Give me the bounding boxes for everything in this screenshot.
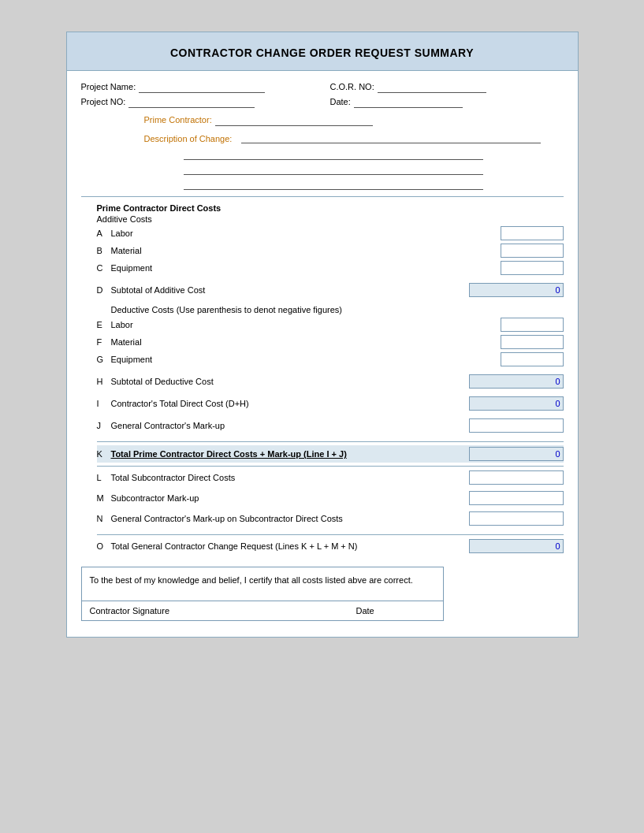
row-g-desc: Equipment — [111, 355, 501, 364]
right-fields: C.O.R. NO: Date: — [315, 80, 564, 110]
row-c-desc: Equipment — [111, 263, 501, 273]
prime-contractor-row: Prime Contractor: — [144, 113, 564, 126]
row-i-input[interactable] — [469, 396, 564, 411]
row-f-desc: Material — [111, 337, 501, 347]
cor-no-label: C.O.R. NO: — [330, 82, 374, 91]
description-line-1[interactable] — [241, 131, 541, 143]
row-l: L Total Subcontractor Direct Costs — [97, 470, 564, 485]
row-d: D Subtotal of Additive Cost — [97, 282, 564, 298]
row-b-input[interactable] — [501, 244, 564, 258]
row-b: B Material — [97, 243, 564, 258]
row-o-input[interactable] — [469, 539, 564, 553]
row-m-desc: Subcontractor Mark-up — [111, 493, 469, 503]
row-c-input[interactable] — [501, 261, 564, 275]
row-m-input[interactable] — [469, 491, 564, 505]
row-o-desc: Total General Contractor Change Request … — [111, 541, 469, 551]
row-e-input[interactable] — [501, 318, 564, 332]
row-o-letter: O — [97, 541, 111, 551]
project-name-row: Project Name: — [81, 80, 315, 93]
prime-contractor-label: Prime Contractor: — [144, 115, 212, 125]
row-k-desc: Total Prime Contractor Direct Costs + Ma… — [111, 449, 469, 459]
row-l-desc: Total Subcontractor Direct Costs — [111, 473, 469, 482]
row-a-desc: Labor — [111, 229, 501, 238]
row-e-letter: E — [97, 320, 111, 329]
row-n-letter: N — [97, 514, 111, 523]
cor-no-input[interactable] — [378, 80, 486, 93]
prime-costs-section: Prime Contractor Direct Costs Additive C… — [97, 203, 564, 554]
row-a: A Labor — [97, 225, 564, 241]
row-g-letter: G — [97, 355, 111, 364]
row-f-input[interactable] — [501, 335, 564, 349]
row-n: N General Contractor's Mark-up on Subcon… — [97, 511, 564, 526]
row-c: C Equipment — [97, 260, 564, 276]
additive-costs-title: Additive Costs — [97, 214, 564, 224]
row-e-desc: Labor — [111, 320, 501, 329]
row-i-letter: I — [97, 399, 111, 408]
row-h: H Subtotal of Deductive Cost — [97, 374, 564, 389]
deductive-note-row: Deductive Costs (Use parenthesis to deno… — [97, 304, 564, 315]
description-section: Description of Change: — [81, 131, 564, 190]
row-d-letter: D — [97, 285, 111, 295]
row-g-input[interactable] — [501, 352, 564, 366]
form-container: CONTRACTOR CHANGE ORDER REQUEST SUMMARY … — [66, 32, 579, 638]
row-e: E Labor — [97, 317, 564, 333]
project-no-label: Project NO: — [81, 97, 126, 106]
row-j: J General Contractor's Mark-up — [97, 418, 564, 433]
row-h-desc: Subtotal of Deductive Cost — [111, 377, 469, 386]
date-label: Date: — [330, 97, 351, 106]
row-f: F Material — [97, 334, 564, 350]
row-b-desc: Material — [111, 246, 501, 255]
row-f-letter: F — [97, 337, 111, 347]
row-a-letter: A — [97, 229, 111, 238]
top-fields: Project Name: Project NO: C.O.R. NO: Dat… — [81, 80, 564, 110]
date-row: Date: — [330, 95, 463, 108]
row-i: I Contractor's Total Direct Cost (D+H) — [97, 396, 564, 411]
left-fields: Project Name: Project NO: — [81, 80, 315, 110]
row-i-desc: Contractor's Total Direct Cost (D+H) — [111, 399, 469, 408]
description-line-3[interactable] — [184, 162, 483, 175]
description-row: Description of Change: — [81, 131, 564, 146]
contractor-signature-label: Contractor Signature — [90, 606, 356, 615]
row-m-letter: M — [97, 493, 111, 503]
row-j-desc: General Contractor's Mark-up — [111, 421, 469, 430]
row-l-input[interactable] — [469, 470, 564, 485]
row-b-letter: B — [97, 246, 111, 255]
row-g: G Equipment — [97, 351, 564, 367]
cert-date-label: Date — [356, 606, 435, 615]
row-l-letter: L — [97, 473, 111, 482]
row-d-desc: Subtotal of Additive Cost — [111, 285, 469, 295]
row-j-letter: J — [97, 421, 111, 430]
deductive-note: Deductive Costs (Use parenthesis to deno… — [111, 305, 564, 314]
date-input[interactable] — [354, 95, 463, 108]
description-label: Description of Change: — [144, 134, 233, 143]
prime-contractor-input[interactable] — [215, 113, 373, 126]
row-k: K Total Prime Contractor Direct Costs + … — [97, 445, 564, 463]
row-j-input[interactable] — [469, 418, 564, 433]
prime-direct-costs-title: Prime Contractor Direct Costs — [97, 203, 564, 213]
project-name-label: Project Name: — [81, 82, 136, 91]
certification-text: To the best of my knowledge and belief, … — [82, 567, 443, 601]
form-header: CONTRACTOR CHANGE ORDER REQUEST SUMMARY — [67, 32, 578, 71]
certification-box: To the best of my knowledge and belief, … — [81, 567, 444, 621]
row-n-input[interactable] — [469, 511, 564, 526]
row-d-input[interactable] — [469, 283, 564, 297]
description-line-4[interactable] — [184, 177, 483, 190]
row-n-desc: General Contractor's Mark-up on Subcontr… — [111, 514, 469, 523]
form-title: CONTRACTOR CHANGE ORDER REQUEST SUMMARY — [75, 46, 570, 59]
form-body: Project Name: Project NO: C.O.R. NO: Dat… — [67, 71, 578, 637]
description-extra-lines — [184, 147, 564, 190]
project-no-input[interactable] — [128, 95, 255, 108]
cor-no-row: C.O.R. NO: — [330, 80, 486, 93]
description-line-2[interactable] — [184, 147, 483, 160]
project-no-row: Project NO: — [81, 95, 315, 108]
row-k-input[interactable] — [469, 447, 564, 461]
row-a-input[interactable] — [501, 226, 564, 240]
row-h-input[interactable] — [469, 374, 564, 389]
project-name-input[interactable] — [139, 80, 265, 93]
certification-sig-row: Contractor Signature Date — [82, 601, 443, 620]
row-c-letter: C — [97, 263, 111, 273]
row-k-letter: K — [97, 449, 111, 459]
row-h-letter: H — [97, 377, 111, 386]
row-o: O Total General Contractor Change Reques… — [97, 538, 564, 554]
row-m: M Subcontractor Mark-up — [97, 490, 564, 506]
